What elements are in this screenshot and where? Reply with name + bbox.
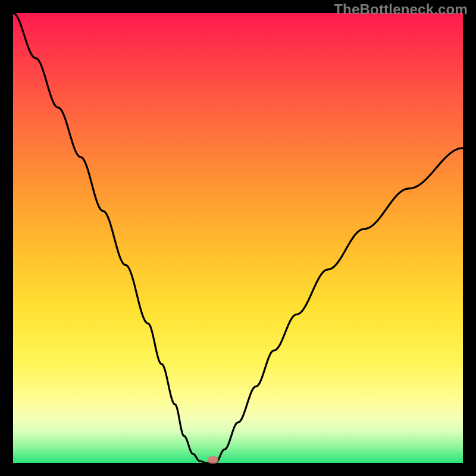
watermark-text: TheBottleneck.com xyxy=(334,1,468,18)
chart-frame: TheBottleneck.com xyxy=(0,0,476,476)
plot-area xyxy=(13,13,463,463)
optimal-marker xyxy=(208,456,218,464)
bottleneck-curve xyxy=(13,13,463,463)
